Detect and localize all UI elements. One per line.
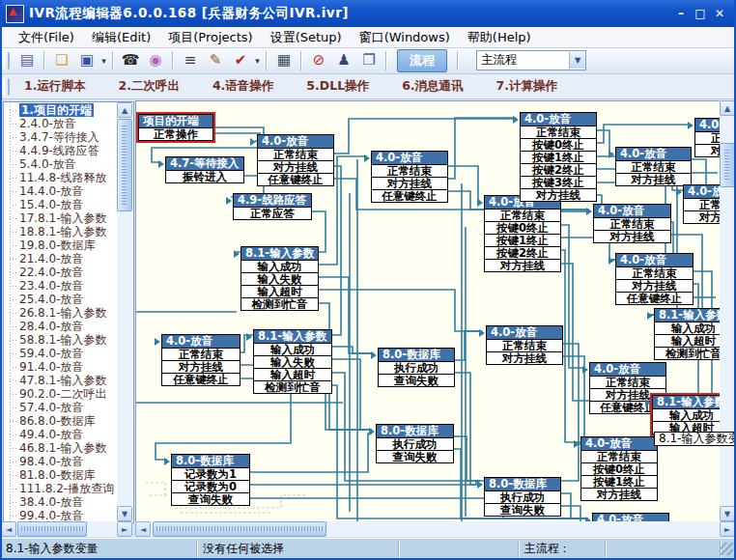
open-folder-icon[interactable]: ❏ [50,49,73,72]
node-branch-row[interactable]: 对方挂线 [485,259,560,271]
node-branch-row[interactable]: 对方挂线 [258,160,333,173]
flow-node[interactable]: 8.0-数据库执行成功查询失败 [376,424,454,463]
flow-node[interactable]: 8.1-输入参数输入成功输入超时检测到忙音 [654,308,722,360]
tree-item[interactable]: 57.4.0-放音 [4,401,116,414]
tree-item[interactable]: 4.4.9-线路应答 [4,144,116,157]
tree-item[interactable]: 86.8.0-数据库 [4,414,116,428]
tree-hscrollbar[interactable]: ◄ ► [1,521,132,537]
node-branch-row[interactable]: 任意键终止 [162,373,240,385]
node-branch-row[interactable]: 输入成功 [653,408,722,421]
save-icon[interactable]: ▣ [75,49,99,72]
node-branch-row[interactable]: 正常结束 [258,148,333,160]
node-title[interactable]: 8.1-输入参数 [241,247,318,260]
node-branch-row[interactable]: 振铃进入 [166,170,243,182]
node-branch-row[interactable]: 按键1终止 [485,234,560,246]
node-title[interactable]: 4.0-放音 [581,437,657,450]
tree-item[interactable]: 23.4.0-放音 [4,279,116,293]
tree-item[interactable]: 14.4.0-放音 [4,184,116,198]
tab-4.语音操作[interactable]: 4.语音操作 [203,75,283,98]
node-branch-row[interactable]: 对方挂线 [581,488,657,500]
node-branch-row[interactable]: 记录数为0 [172,480,249,492]
menu-item[interactable]: 文件(File) [10,27,83,48]
node-branch-row[interactable]: 正常结束 [590,376,665,388]
tree-item[interactable]: 46.8.1-输入参数 [4,441,116,455]
node-branch-row[interactable]: 输入超时 [655,334,722,347]
flow-node[interactable]: 4.0-放音正常结束对方挂线任意键终止 [615,253,694,305]
node-branch-row[interactable]: 正常结束 [616,160,691,173]
node-title[interactable]: 8.0-数据库 [485,478,560,490]
node-branch-row[interactable]: 正常应答 [234,207,311,219]
flow-node[interactable]: 8.0-数据库执行成功查询失败 [378,348,455,387]
scroll-up-icon[interactable]: ▲ [117,102,132,118]
node-branch-row[interactable]: 对方挂线 [487,351,562,364]
node-title[interactable]: 4.0-放音 [616,254,693,266]
tree-item[interactable]: 28.4.0-放音 [4,320,116,333]
node-branch-row[interactable]: 正常结束 [684,198,722,210]
node-title[interactable]: 4.7-等待接入 [166,157,243,170]
scroll-right-icon[interactable]: ► [117,521,132,537]
node-title[interactable]: 4.0-放音 [372,152,447,164]
dropdown-caret-icon[interactable]: ▾ [99,56,108,66]
node-branch-row[interactable]: 执行成功 [377,437,453,450]
node-title[interactable]: 4.0-放音 [487,326,562,339]
node-title[interactable]: 4.0-放音 [684,185,722,198]
minimize-button[interactable]: – [672,5,690,22]
node-branch-row[interactable]: 正常结束 [162,348,240,360]
node-branch-row[interactable]: 输入超时 [241,285,318,297]
flow-node[interactable]: 4.0-放音正常结束对方挂线 [593,204,671,243]
node-title[interactable]: 8.0-数据库 [379,349,454,361]
pen-icon[interactable]: ✎ [204,49,227,72]
tree-item[interactable]: 22.4.0-放音 [4,266,116,279]
menu-item[interactable]: 编辑(Edit) [83,27,159,48]
node-branch-row[interactable]: 正常结束 [594,217,670,230]
node-branch-row[interactable]: 查询失败 [485,503,560,516]
node-branch-row[interactable]: 执行成功 [379,361,454,374]
tree-item[interactable]: 26.8.1-输入参数 [4,306,116,320]
scroll-left-icon[interactable]: ◄ [135,521,151,537]
node-branch-row[interactable]: 正常结束 [695,131,722,144]
tree-item[interactable]: 2.4.0-放音 [4,117,116,130]
node-branch-row[interactable]: 正常结束 [372,164,447,177]
maximize-button[interactable]: □ [692,5,709,22]
scroll-right-icon[interactable]: ► [720,521,735,537]
tree-item[interactable]: 15.4.0-放音 [4,198,116,211]
flow-node[interactable]: 4.0-放音正常结束对方挂线任意键终止 [371,151,448,203]
node-branch-row[interactable]: 对方挂线 [162,360,240,373]
resize-grip[interactable] [721,543,733,555]
node-title[interactable]: 4.0-放音 [258,135,333,148]
tree-item[interactable]: 81.8.0-数据库 [4,468,116,482]
node-branch-row[interactable]: 对方挂线 [594,230,670,242]
flow-node[interactable]: 4.0-放音正常结束对方挂线 [486,325,563,365]
flow-node[interactable]: 4.0-放音正常结束对方挂线任意键终止 [257,134,334,186]
node-branch-row[interactable]: 对方挂线 [684,210,722,223]
flow-node[interactable]: 4.0-放音正常结束按键0终止按键1终止对方挂线 [580,436,658,501]
tab-5.DLL操作[interactable]: 5.DLL操作 [297,75,379,98]
node-branch-row[interactable]: 检测到忙音 [241,297,318,310]
cascade-windows-icon[interactable]: ❐ [357,49,381,72]
node-branch-row[interactable]: 按键0终止 [485,221,560,234]
tree-item[interactable]: 91.4.0-放音 [4,360,116,374]
tree-item[interactable]: 3.4.7-等待接入 [4,130,116,144]
tree-item[interactable]: 11.4.8-线路释放 [4,171,116,184]
cd-icon[interactable]: ◉ [144,49,167,72]
node-title[interactable]: 4.0-放音 [521,113,596,126]
tree-item[interactable]: 90.2.0-二次呼出 [4,387,116,401]
node-branch-row[interactable]: 正常结束 [487,339,562,351]
tree-item[interactable]: 58.8.1-输入参数 [4,333,116,347]
tree-item[interactable]: 99.4.0-放音 [4,509,116,522]
node-branch-row[interactable]: 按键2终止 [485,246,560,259]
flow-button[interactable]: 流程 [397,49,447,72]
node-branch-row[interactable]: 按键3终止 [521,176,596,188]
node-title[interactable]: 4.0-放音 [590,363,665,376]
flow-node[interactable]: 4.0-放音正常结束对方挂线任意键终止 [161,334,241,386]
flow-select[interactable]: 主流程 ▼ [476,50,586,70]
node-title[interactable]: 4.0-放音 [616,148,691,160]
node-branch-row[interactable]: 输入超时 [254,368,331,380]
tree-hscroll-thumb[interactable] [17,521,87,537]
flow-node[interactable]: 项目的开端正常操作 [138,114,213,141]
node-branch-row[interactable]: 按键0终止 [581,462,657,475]
tree-item[interactable]: 5.4.0-放音 [4,157,116,171]
node-title[interactable]: 项目的开端 [139,115,212,127]
tree-item[interactable]: 98.4.0-放音 [4,455,116,468]
scroll-left-icon[interactable]: ◄ [1,521,16,537]
